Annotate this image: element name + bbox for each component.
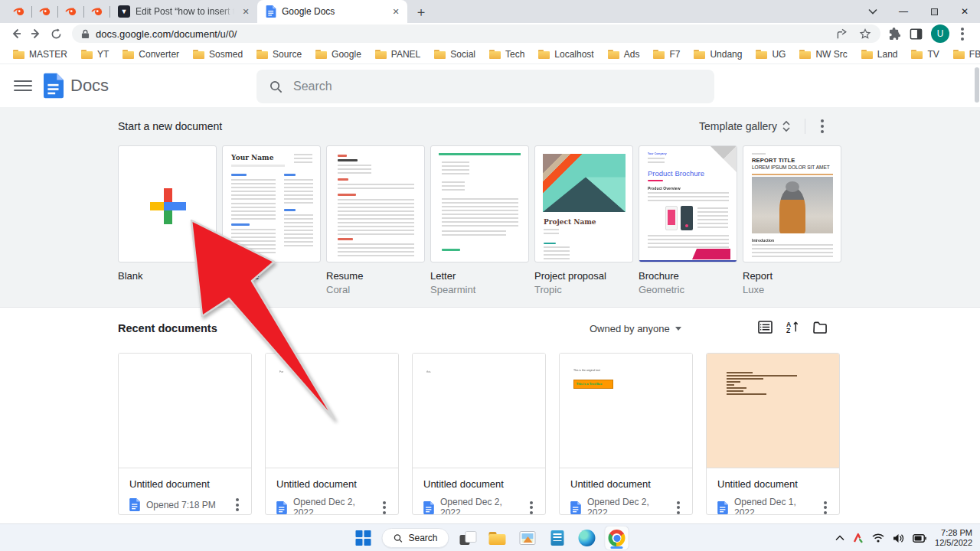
bookmark-folder[interactable]: Sosmed [186, 46, 250, 63]
bookmark-folder[interactable]: UG [749, 46, 792, 63]
bookmark-folder[interactable]: Land [854, 46, 905, 63]
browser-menu-icon[interactable] [958, 26, 967, 42]
template-report[interactable]: REPORT TITLE LOREM IPSUM DOLOR SIT AMET … [743, 145, 841, 262]
windows-taskbar: Search 7:28 PM 12/5/2022 [0, 523, 980, 551]
template-gallery-button[interactable]: Template gallery [694, 116, 795, 136]
template-letter-spearmint[interactable] [430, 145, 529, 262]
templates-more-menu-icon[interactable] [815, 116, 830, 136]
bookmark-folder[interactable]: FB [946, 46, 980, 63]
main-menu-icon[interactable] [14, 78, 32, 93]
tray-app-icon[interactable] [853, 533, 864, 543]
file-explorer-button[interactable] [486, 527, 509, 549]
doc-thumbnail: This is the original text This is a Text… [560, 354, 692, 468]
reload-button[interactable] [46, 24, 66, 44]
forward-button[interactable] [26, 24, 46, 44]
edge-button[interactable] [576, 527, 599, 549]
recent-doc-card[interactable]: For Untitled document Opened Dec 2, 2022 [265, 353, 399, 515]
minimize-button[interactable]: — [888, 0, 919, 23]
maximize-button[interactable] [919, 0, 949, 23]
bookmark-folder[interactable]: PANEL [368, 46, 427, 63]
bookmark-folder[interactable]: Tech [482, 46, 531, 63]
lock-icon [81, 29, 90, 39]
close-tab-icon[interactable]: ✕ [240, 5, 252, 18]
template-project-proposal[interactable]: Project Name [534, 145, 633, 262]
close-window-button[interactable]: ✕ [949, 0, 980, 23]
browser-toolbar: docs.google.com/document/u/0/ U [0, 23, 980, 44]
close-tab-icon[interactable]: ✕ [390, 5, 402, 18]
back-button[interactable] [6, 24, 26, 44]
recent-doc-card[interactable]: Untitled document Opened Dec 1, 2022 [706, 353, 840, 515]
template-brochure[interactable]: Your Company Product Brochure Product Ov… [639, 145, 737, 262]
chrome-button[interactable] [606, 527, 629, 549]
start-button[interactable] [351, 527, 374, 549]
side-panel-icon[interactable] [910, 28, 923, 41]
folder-icon [756, 50, 767, 59]
bookmark-folder[interactable]: NW Src [792, 46, 854, 63]
new-tab-button[interactable]: ＋ [410, 1, 432, 22]
bookmark-folder[interactable]: Converter [116, 46, 186, 63]
bookmark-folder[interactable]: YT [74, 46, 116, 63]
folder-icon [861, 50, 873, 59]
folder-icon [193, 50, 204, 59]
photos-button[interactable] [516, 527, 539, 549]
page-scrollbar[interactable] [975, 67, 979, 103]
app-title[interactable]: Docs [70, 76, 109, 96]
docs-logo-icon[interactable] [44, 73, 64, 99]
doc-opened-time: Opened Dec 2, 2022 [587, 497, 668, 515]
pinned-tab[interactable] [58, 0, 83, 23]
bookmarks-bar: MASTER YT Converter Sosmed Source Google… [0, 44, 980, 64]
tab-edit-post[interactable]: ▼ Edit Post “how to insert text box i ✕ [110, 0, 257, 23]
volume-icon[interactable] [893, 533, 904, 543]
battery-icon[interactable] [913, 534, 926, 543]
bookmark-folder[interactable]: Source [250, 46, 309, 63]
doc-more-menu-icon[interactable] [380, 500, 389, 516]
pinned-tab[interactable] [6, 0, 31, 23]
wifi-icon[interactable] [872, 533, 884, 543]
bookmark-folder[interactable]: TV [904, 46, 946, 63]
address-bar[interactable]: docs.google.com/document/u/0/ [72, 24, 880, 43]
pinned-tab[interactable] [84, 0, 109, 23]
doc-more-menu-icon[interactable] [674, 500, 683, 516]
share-icon[interactable] [836, 28, 848, 40]
ownership-filter-dropdown[interactable]: Owned by anyone [590, 323, 681, 334]
pinned-tab[interactable] [32, 0, 57, 23]
bookmark-folder[interactable]: Social [427, 46, 482, 63]
extensions-icon[interactable] [888, 28, 901, 41]
task-view-button[interactable] [456, 527, 479, 549]
bookmark-star-icon[interactable] [859, 28, 871, 40]
doc-thumbnail: this [413, 354, 545, 468]
notepad-button[interactable] [546, 527, 569, 549]
open-file-picker-icon[interactable] [813, 321, 828, 334]
tab-google-docs[interactable]: Google Docs ✕ [257, 0, 407, 23]
template-name: Letter [430, 270, 529, 282]
bookmark-folder[interactable]: MASTER [6, 46, 74, 63]
doc-more-menu-icon[interactable] [233, 497, 242, 513]
bookmark-folder[interactable]: Ads [601, 46, 647, 63]
unfold-more-icon [782, 120, 791, 132]
doc-more-menu-icon[interactable] [527, 500, 536, 516]
bookmark-folder[interactable]: Localhost [531, 46, 600, 63]
bookmark-folder[interactable]: F7 [646, 46, 687, 63]
doc-title: Untitled document [570, 478, 683, 490]
template-resume-coral[interactable] [326, 145, 425, 262]
docs-search-bar[interactable]: Search [256, 70, 714, 103]
recent-doc-card[interactable]: This is the original text This is a Text… [559, 353, 693, 515]
bookmark-folder[interactable]: Undang [687, 46, 749, 63]
docs-icon [570, 501, 581, 514]
doc-more-menu-icon[interactable] [821, 500, 830, 516]
recent-doc-card[interactable]: Untitled document Opened 7:18 PM [118, 353, 252, 515]
sort-az-icon[interactable]: AZ [786, 320, 800, 334]
taskbar-clock[interactable]: 7:28 PM 12/5/2022 [935, 528, 972, 548]
editor-dark-icon: ▼ [118, 5, 130, 18]
tray-chevron-icon[interactable] [835, 535, 844, 541]
taskbar-search[interactable]: Search [381, 528, 449, 548]
template-blank[interactable] [118, 145, 217, 262]
tab-search-chevron-icon[interactable] [858, 0, 888, 23]
recent-doc-card[interactable]: this Untitled document Opened Dec 2, 202… [412, 353, 546, 515]
list-view-icon[interactable] [758, 321, 773, 334]
doc-opened-time: Opened Dec 2, 2022 [293, 497, 374, 515]
template-resume[interactable]: Your Name [222, 145, 321, 262]
bookmark-folder[interactable]: Google [309, 46, 368, 63]
windows-logo-icon [355, 530, 371, 546]
browser-profile-avatar[interactable]: U [931, 24, 949, 43]
